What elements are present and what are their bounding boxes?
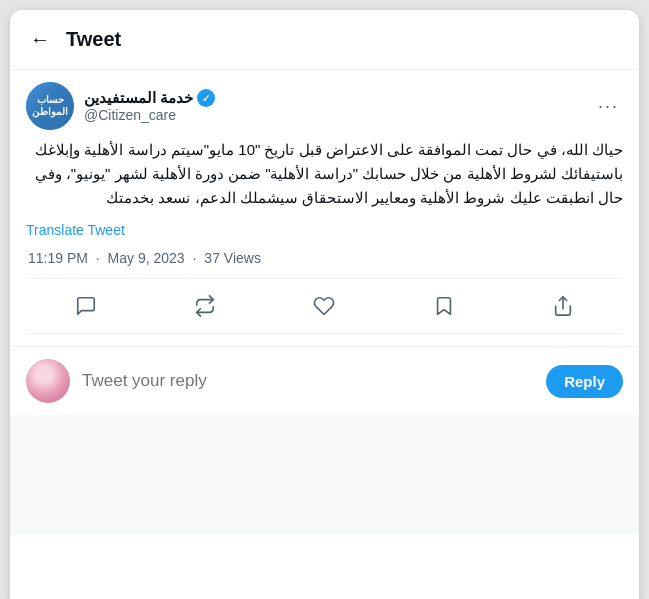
reply-button[interactable]: Reply xyxy=(546,365,623,398)
more-options-button[interactable]: ··· xyxy=(594,92,623,121)
author-handle[interactable]: @Citizen_care xyxy=(84,107,215,123)
share-button[interactable] xyxy=(544,287,582,325)
reply-avatar-image xyxy=(26,359,70,403)
bookmark-button[interactable] xyxy=(425,287,463,325)
like-button[interactable] xyxy=(305,287,343,325)
retweet-icon xyxy=(194,295,216,317)
comment-button[interactable] xyxy=(67,287,105,325)
avatar-image: حسابالمواطن xyxy=(26,82,74,130)
author-row: حسابالمواطن خدمة المستفيدين ✓ @Citizen_c… xyxy=(26,82,623,130)
translate-link[interactable]: Translate Tweet xyxy=(26,222,623,238)
tweet-views: 37 Views xyxy=(204,250,261,266)
bookmark-icon xyxy=(433,295,455,317)
tweet-detail-page: ← Tweet حسابالمواطن خدمة المستفيدين ✓ xyxy=(10,10,639,599)
page-title: Tweet xyxy=(66,28,121,51)
bottom-space xyxy=(10,415,639,535)
author-left: حسابالمواطن خدمة المستفيدين ✓ @Citizen_c… xyxy=(26,82,215,130)
author-name[interactable]: خدمة المستفيدين xyxy=(84,89,193,107)
tweet-card: حسابالمواطن خدمة المستفيدين ✓ @Citizen_c… xyxy=(10,70,639,347)
tweet-text: حياك الله، في حال تمت الموافقة على الاعت… xyxy=(26,138,623,210)
author-info: خدمة المستفيدين ✓ @Citizen_care xyxy=(84,89,215,123)
comment-icon xyxy=(75,295,97,317)
tweet-time: 11:19 PM xyxy=(28,250,88,266)
retweet-button[interactable] xyxy=(186,287,224,325)
tweet-date: May 9, 2023 xyxy=(108,250,185,266)
back-button[interactable]: ← xyxy=(26,24,54,55)
verified-badge: ✓ xyxy=(197,89,215,107)
reply-input[interactable] xyxy=(82,371,534,391)
author-name-row: خدمة المستفيدين ✓ xyxy=(84,89,215,107)
header: ← Tweet xyxy=(10,10,639,70)
reply-avatar xyxy=(26,359,70,403)
separator-2: · xyxy=(193,250,197,266)
separator-1: · xyxy=(96,250,100,266)
verified-icon: ✓ xyxy=(202,93,210,104)
tweet-meta: 11:19 PM · May 9, 2023 · 37 Views xyxy=(26,250,623,266)
reply-section: Reply xyxy=(10,347,639,415)
like-icon xyxy=(313,295,335,317)
share-icon xyxy=(552,295,574,317)
tweet-actions xyxy=(26,278,623,334)
author-avatar[interactable]: حسابالمواطن xyxy=(26,82,74,130)
